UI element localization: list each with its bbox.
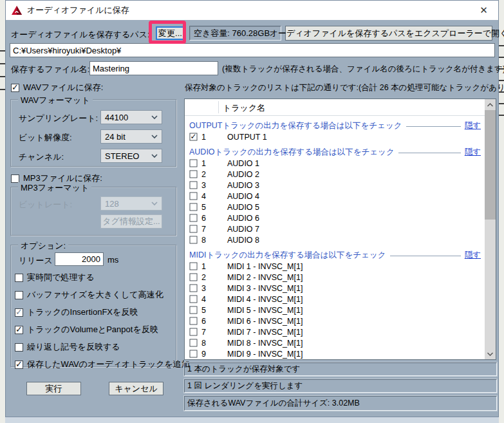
wav-field-select[interactable]: STEREO <box>100 149 162 163</box>
track-checkbox[interactable] <box>190 339 198 347</box>
bitrate-select: 128 <box>100 196 162 211</box>
track-list-content: トラック名 OUTPUTトラックの出力を保存する場合は以下をチェック隠す1OUT… <box>185 99 485 359</box>
option-checkbox[interactable] <box>15 308 23 317</box>
track-list-header: トラック名 <box>185 99 485 116</box>
hide-link[interactable]: 隠す <box>465 250 481 261</box>
track-name: MIDI 5 - INVSC_M[1] <box>218 306 303 315</box>
release-input[interactable]: 2000 <box>55 252 104 266</box>
track-checkbox[interactable] <box>190 133 198 141</box>
mp3-save-checkbox[interactable] <box>11 174 19 183</box>
option-checkbox[interactable] <box>15 274 23 282</box>
track-number: 1 <box>198 159 218 168</box>
track-number: 8 <box>198 339 218 348</box>
track-number: 4 <box>198 192 218 201</box>
track-number: 1 <box>198 262 218 271</box>
track-checkbox[interactable] <box>190 306 198 314</box>
track-checkbox[interactable] <box>190 171 198 178</box>
track-name: MIDI 6 - INVSC_M[1] <box>218 317 303 326</box>
wav-save-checkbox[interactable] <box>11 84 19 92</box>
track-list: トラック名 OUTPUTトラックの出力を保存する場合は以下をチェック隠す1OUT… <box>184 99 496 360</box>
track-number: 7 <box>198 225 218 234</box>
filename-label: 保存するファイル名: <box>11 64 89 75</box>
track-row[interactable]: 7AUDIO 7 <box>185 223 485 234</box>
track-row[interactable]: 6AUDIO 6 <box>185 212 485 223</box>
track-row[interactable]: 1AUDIO 1 <box>185 158 485 169</box>
track-row[interactable]: 4MIDI 4 - INVSC_M[1] <box>185 294 485 305</box>
option-label: 保存したWAVのオーディオトラックを追加 <box>27 359 190 370</box>
track-number: 4 <box>198 295 218 304</box>
track-name: MIDI 9 - INVSC_M[1] <box>218 350 303 359</box>
track-row[interactable]: 1OUTPUT 1 <box>185 131 485 142</box>
scroll-up-icon[interactable] <box>485 99 496 110</box>
change-path-button[interactable]: 変更... <box>156 26 185 40</box>
track-row[interactable]: 6MIDI 6 - INVSC_M[1] <box>185 315 485 326</box>
mp3-format-group-title: MP3フォーマット <box>18 182 91 194</box>
tag-settings-button: タグ情報設定... <box>100 214 162 229</box>
track-row[interactable]: 8AUDIO 8 <box>185 234 485 245</box>
track-checkbox[interactable] <box>190 317 198 325</box>
track-checkbox[interactable] <box>190 225 198 233</box>
option-checkbox-row[interactable]: 繰り返し記号を反映する <box>15 341 120 353</box>
wav-field-label: ビット解像度: <box>19 132 72 144</box>
chevron-down-icon <box>151 153 158 159</box>
option-checkbox[interactable] <box>15 326 23 334</box>
track-row[interactable]: 1MIDI 1 - INVSC_M[1] <box>185 261 485 272</box>
track-checkbox[interactable] <box>190 214 198 222</box>
filename-input[interactable]: Mastering <box>89 61 218 75</box>
option-label: バッファサイズを大きくして高速化 <box>27 289 163 301</box>
hide-link[interactable]: 隠す <box>465 120 481 131</box>
option-checkbox-row[interactable]: 実時間で処理する <box>15 272 95 283</box>
track-section-header: MIDIトラックの出力を保存する場合は以下をチェック隠す <box>185 245 485 261</box>
option-checkbox-row[interactable]: 保存したWAVのオーディオトラックを追加 <box>15 359 190 370</box>
track-row[interactable]: 4AUDIO 4 <box>185 191 485 202</box>
track-checkbox[interactable] <box>190 285 198 292</box>
track-checkbox[interactable] <box>190 274 198 281</box>
track-checkbox[interactable] <box>190 263 198 270</box>
track-row[interactable]: 3MIDI 3 - INVSC_M[1] <box>185 283 485 294</box>
free-space-box: 空き容量: 760.28GB <box>189 26 281 41</box>
track-checkbox[interactable] <box>190 296 198 303</box>
scroll-down-icon[interactable] <box>485 348 496 359</box>
track-row[interactable]: 5AUDIO 5 <box>185 202 485 212</box>
cancel-button[interactable]: キャンセル <box>109 382 163 395</box>
track-number: 7 <box>198 328 218 337</box>
track-checkbox[interactable] <box>190 328 198 336</box>
execute-button[interactable]: 実行 <box>26 382 81 395</box>
scrollbar-thumb[interactable] <box>485 110 496 220</box>
option-checkbox-row[interactable]: トラックのVolumeとPanpotを反映 <box>15 324 158 335</box>
track-checkbox[interactable] <box>190 160 198 167</box>
open-explorer-button[interactable]: オーディオファイルを保存するパスをエクスプローラーで開く <box>285 26 492 41</box>
hide-link[interactable]: 隠す <box>465 147 481 158</box>
track-row[interactable]: 8MIDI 8 - INVSC_M[1] <box>185 337 485 348</box>
track-row[interactable]: 9MIDI 9 - INVSC_M[1] <box>185 348 485 359</box>
path-input[interactable]: C:¥Users¥hiroyuki¥Desktop¥ <box>10 43 495 57</box>
wav-field-select[interactable]: 44100 <box>100 110 162 124</box>
track-row[interactable]: 7MIDI 7 - INVSC_M[1] <box>185 326 485 337</box>
track-row[interactable]: 2AUDIO 2 <box>185 169 485 180</box>
wav-save-checkbox-row[interactable]: WAVファイルに保存: <box>11 82 103 93</box>
track-section-header: AUDIOトラックの出力を保存する場合は以下をチェック隠す <box>185 142 485 158</box>
track-checkbox[interactable] <box>190 236 198 244</box>
track-row[interactable]: 3AUDIO 3 <box>185 180 485 191</box>
option-checkbox[interactable] <box>15 361 23 369</box>
track-row[interactable]: 2MIDI 2 - INVSC_M[1] <box>185 272 485 283</box>
track-name: AUDIO 5 <box>218 203 259 212</box>
close-icon[interactable]: ✕ <box>469 1 498 20</box>
option-checkbox[interactable] <box>15 343 23 352</box>
track-number: 9 <box>198 350 218 359</box>
track-checkbox[interactable] <box>190 350 198 358</box>
track-name: AUDIO 2 <box>218 170 259 179</box>
wav-field-select[interactable]: 24 bit <box>100 129 162 144</box>
option-checkbox-row[interactable]: トラックのInsertionFXを反映 <box>15 306 138 318</box>
status-size-box: 保存されるWAVファイルの合計サイズ: 3.02MB <box>184 396 497 411</box>
track-row[interactable]: 5MIDI 5 - INVSC_M[1] <box>185 305 485 315</box>
track-checkbox[interactable] <box>190 193 198 200</box>
option-checkbox-row[interactable]: バッファサイズを大きくして高速化 <box>15 289 163 301</box>
chevron-down-icon <box>151 133 158 140</box>
track-list-scrollbar[interactable] <box>485 99 496 359</box>
track-checkbox[interactable] <box>190 203 198 211</box>
track-checkbox[interactable] <box>190 182 198 189</box>
titlebar[interactable]: オーディオファイルに保存 ✕ <box>6 1 498 20</box>
option-checkbox[interactable] <box>15 291 23 299</box>
bitrate-label: ビットレート: <box>19 199 72 211</box>
